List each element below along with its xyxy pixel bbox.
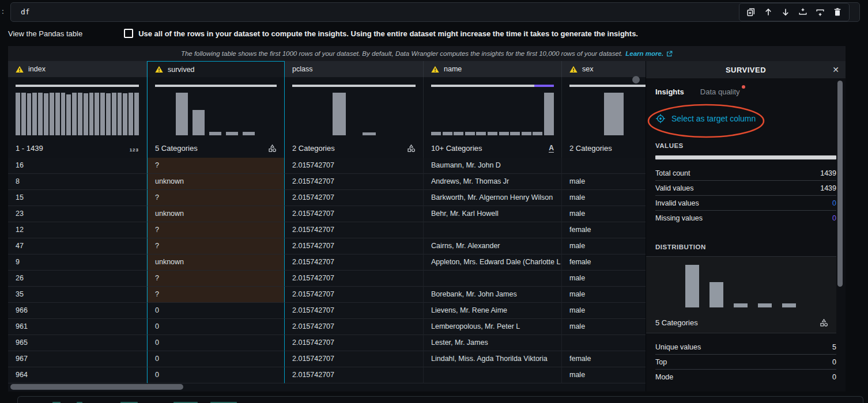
cell-name[interactable]: Lindahl, Miss. Agda Thorilda Viktoria: [424, 351, 562, 367]
cell-survived[interactable]: ?: [147, 238, 285, 254]
cell-index[interactable]: 16: [8, 158, 147, 174]
cell-pclass[interactable]: 2.015742707: [285, 190, 424, 206]
cell-name[interactable]: Behr, Mr. Karl Howell: [424, 206, 562, 222]
histogram-bar: [72, 93, 77, 135]
column-header-name[interactable]: name: [424, 61, 562, 77]
cell-survived[interactable]: ?: [147, 158, 285, 174]
stat-value[interactable]: 0: [832, 199, 836, 207]
cell-index[interactable]: 9: [8, 254, 147, 271]
select-as-target-column-button[interactable]: Select as target column: [655, 113, 836, 124]
cell-name[interactable]: [424, 367, 562, 383]
cell-name[interactable]: Andrews, Mr. Thomas Jr: [424, 174, 562, 190]
learn-more-link[interactable]: Learn more.: [625, 50, 663, 57]
cell-pclass[interactable]: 2.015742707: [285, 287, 424, 303]
histogram-bar: [226, 132, 238, 135]
insert-cell-above-icon[interactable]: [798, 7, 808, 17]
column-header-survived[interactable]: survived: [147, 61, 285, 77]
warning-icon: [16, 66, 24, 73]
cell-pclass[interactable]: 2.015742707: [285, 319, 424, 335]
stat-row: Valid values1439: [655, 181, 836, 196]
cell-name[interactable]: Borebank, Mr. John James: [424, 287, 562, 303]
cell-pclass[interactable]: 2.015742707: [285, 254, 424, 271]
cell-survived[interactable]: unknown: [147, 254, 285, 271]
cell-index[interactable]: 961: [8, 319, 147, 335]
cell-survived[interactable]: 0: [147, 303, 285, 319]
column-histogram-name[interactable]: 10+ CategoriesA: [424, 77, 562, 158]
cell-name[interactable]: Lester, Mr. James: [424, 335, 562, 351]
column-histogram-survived[interactable]: 5 Categories: [147, 77, 285, 158]
cell-name[interactable]: Baumann, Mr. John D: [424, 158, 562, 174]
histogram-bar: [66, 94, 71, 135]
stat-label: Valid values: [655, 184, 693, 192]
cell-index[interactable]: 964: [8, 367, 147, 383]
cell-survived[interactable]: ?: [147, 271, 285, 287]
cell-name[interactable]: [424, 222, 562, 238]
cell-survived[interactable]: 0: [147, 319, 285, 335]
cell-pclass[interactable]: 2.015742707: [285, 238, 424, 254]
histogram-bar: [685, 265, 699, 307]
cell-name[interactable]: Cairns, Mr. Alexander: [424, 238, 562, 254]
cell-survived[interactable]: ?: [147, 287, 285, 303]
code-cell[interactable]: df: [10, 2, 860, 22]
cell-survived[interactable]: ?: [147, 190, 285, 206]
histogram-bar: [78, 93, 82, 135]
histogram-bar: [55, 93, 60, 135]
panel-scrollbar-thumb[interactable]: [837, 81, 843, 287]
column-header-pclass[interactable]: pclass: [285, 61, 424, 77]
distribution-stats: Unique values5Top0Mode0: [655, 340, 836, 384]
cell-pclass[interactable]: 2.015742707: [285, 158, 424, 174]
cell-index[interactable]: 15: [8, 190, 147, 206]
cell-pclass[interactable]: 2.015742707: [285, 206, 424, 222]
cell-index[interactable]: 47: [8, 238, 147, 254]
cell-index[interactable]: 35: [8, 287, 147, 303]
stat-value[interactable]: 0: [832, 214, 836, 222]
cell-index[interactable]: 26: [8, 271, 147, 287]
cell-name[interactable]: Lievens, Mr. Rene Aime: [424, 303, 562, 319]
move-cell-down-icon[interactable]: [780, 7, 791, 17]
horizontal-scrollbar-thumb[interactable]: [10, 384, 183, 390]
use-all-rows-checkbox[interactable]: [124, 29, 133, 38]
cell-survived[interactable]: unknown: [147, 174, 285, 190]
cell-name[interactable]: Appleton, Mrs. Edward Dale (Charlotte L…: [424, 254, 562, 271]
cell-pclass[interactable]: 2.015742707: [285, 303, 424, 319]
cell-pclass[interactable]: 2.015742707: [285, 335, 424, 351]
move-cell-up-icon[interactable]: [763, 7, 773, 17]
cell-survived[interactable]: 0: [147, 367, 285, 383]
vertical-scrollbar-thumb[interactable]: [632, 76, 640, 83]
cell-survived[interactable]: 0: [147, 335, 285, 351]
column-histogram-index[interactable]: 1 - 1439123: [8, 77, 147, 158]
cell-pclass[interactable]: 2.015742707: [285, 174, 424, 190]
close-icon[interactable]: ✕: [832, 64, 839, 75]
cell-name[interactable]: [424, 271, 562, 287]
cell-survived[interactable]: unknown: [147, 206, 285, 222]
warning-icon: [155, 66, 163, 73]
tab-insights[interactable]: Insights: [655, 88, 684, 96]
cell-index[interactable]: 8: [8, 174, 147, 190]
duplicate-cell-icon[interactable]: [746, 7, 756, 17]
histogram-bar: [129, 93, 133, 135]
cell-index[interactable]: 966: [8, 303, 147, 319]
cell-index[interactable]: 12: [8, 222, 147, 238]
insights-panel-body: Insights Data quality Select as target c…: [646, 88, 846, 384]
cell-pclass[interactable]: 2.015742707: [285, 367, 424, 383]
insert-cell-below-icon[interactable]: [815, 7, 825, 17]
cell-name[interactable]: Lemberopolous, Mr. Peter L: [424, 319, 562, 335]
tab-data-quality[interactable]: Data quality: [700, 88, 740, 96]
cell-pclass[interactable]: 2.015742707: [285, 271, 424, 287]
code-text[interactable]: df: [21, 7, 30, 16]
missing-values-bar: [16, 85, 139, 87]
column-header-index[interactable]: index: [8, 61, 147, 77]
cell-name[interactable]: Barkworth, Mr. Algernon Henry Wilson: [424, 190, 562, 206]
cell-index[interactable]: 965: [8, 335, 147, 351]
next-cell-partial[interactable]: [17, 396, 863, 403]
cell-index[interactable]: 967: [8, 351, 147, 367]
column-histogram-pclass[interactable]: 2 Categories: [285, 77, 424, 158]
cell-survived[interactable]: 0: [147, 351, 285, 367]
histogram-bar: [134, 93, 139, 135]
histogram-bar: [176, 93, 188, 135]
delete-cell-icon[interactable]: [832, 7, 843, 17]
cell-pclass[interactable]: 2.015742707: [285, 222, 424, 238]
cell-survived[interactable]: ?: [147, 222, 285, 238]
cell-index[interactable]: 23: [8, 206, 147, 222]
cell-pclass[interactable]: 2.015742707: [285, 351, 424, 367]
